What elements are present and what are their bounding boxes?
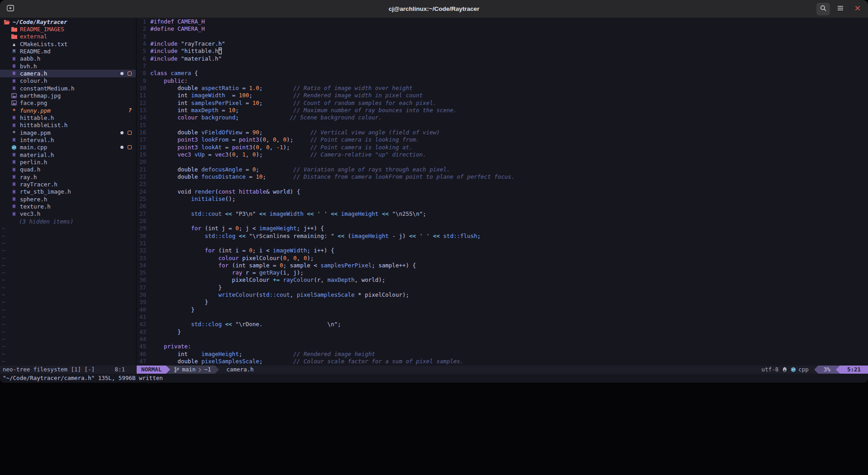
line-number: 32 xyxy=(137,247,150,254)
tree-item-face-png[interactable]: face.png xyxy=(0,100,136,107)
tree-item-readme-images[interactable]: README_IMAGES xyxy=(0,25,136,33)
line-text: pixelColour += rayColour(r, maxDepth, wo… xyxy=(150,276,385,284)
tree-item-external[interactable]: external xyxy=(0,33,136,40)
git-branch-name: main xyxy=(182,366,196,374)
tree-item-cmakelists-txt[interactable]: ▲CMakeLists.txt xyxy=(0,40,136,48)
code-line-11[interactable]: 11 int imageWidth = 100; // Rendered ima… xyxy=(137,92,868,99)
tree-item-colour-h[interactable]: Hcolour.h xyxy=(0,77,136,85)
git-modified-square-icon xyxy=(128,145,132,149)
empty-line-tilde: ~ xyxy=(0,284,136,291)
code-line-20[interactable]: 20 xyxy=(137,158,868,166)
tree-item-vec3-h[interactable]: Hvec3.h xyxy=(0,210,136,218)
tree-item-material-h[interactable]: Hmaterial.h xyxy=(0,151,136,158)
code-line-44[interactable]: 44 xyxy=(137,336,868,343)
code-line-33[interactable]: 33 colour pixelColour(0, 0, 0); xyxy=(137,255,868,262)
tree-item-hittable-h[interactable]: Hhittable.h xyxy=(0,114,136,121)
code-line-5[interactable]: 5#include "hittable.h" xyxy=(137,48,868,55)
tree-item-perlin-h[interactable]: Hperlin.h xyxy=(0,158,136,166)
code-line-30[interactable]: 30 std::clog << "\rScanlines remaining: … xyxy=(137,233,868,240)
tree-item-ray-h[interactable]: Hray.h xyxy=(0,173,136,180)
tree-item-code-raytracer[interactable]: ~/Code/Raytracer xyxy=(0,18,136,25)
code-line-43[interactable]: 43 } xyxy=(137,328,868,336)
code-line-24[interactable]: 24 void render(const hittable& world) { xyxy=(137,188,868,195)
code-line-1[interactable]: 1#ifndef CAMERA_H xyxy=(137,18,868,25)
code-line-16[interactable]: 16 double vFieldOfView = 90; // Vertical… xyxy=(137,129,868,136)
code-line-26[interactable]: 26 xyxy=(137,203,868,210)
code-line-23[interactable]: 23 xyxy=(137,180,868,188)
code-line-41[interactable]: 41 xyxy=(137,314,868,321)
modified-dot-icon xyxy=(120,131,124,134)
editor-pane[interactable]: 1#ifndef CAMERA_H2#define CAMERA_H34#inc… xyxy=(137,18,868,366)
code-line-40[interactable]: 40 } xyxy=(137,306,868,314)
code-line-38[interactable]: 38 writeColour(std::cout, pixelSamplesSc… xyxy=(137,291,868,299)
code-line-25[interactable]: 25 initialise(); xyxy=(137,195,868,203)
line-number: 15 xyxy=(137,122,150,129)
search-button[interactable] xyxy=(816,3,830,15)
tree-item-aabb-h[interactable]: Haabb.h xyxy=(0,55,136,62)
tree-item-earthmap-jpg[interactable]: earthmap.jpg xyxy=(0,92,136,99)
code-line-27[interactable]: 27 std::cout << "P3\n" << imageWidth << … xyxy=(137,210,868,218)
code-line-2[interactable]: 2#define CAMERA_H xyxy=(137,25,868,33)
tree-item-rtw-stb-image-h[interactable]: Hrtw_stb_image.h xyxy=(0,188,136,195)
code-line-13[interactable]: 13 int maxDepth = 10; // Maximum number … xyxy=(137,107,868,114)
line-number: 44 xyxy=(137,336,150,343)
tree-item-readme-md[interactable]: MREADME.md xyxy=(0,48,136,55)
code-line-9[interactable]: 9 public: xyxy=(137,77,868,85)
header-icon: H xyxy=(11,152,17,157)
tree-item-3-hidden-items[interactable]: (3 hidden items) xyxy=(0,218,136,225)
tree-item-main-cpp[interactable]: main.cpp xyxy=(0,144,136,151)
code-line-15[interactable]: 15 xyxy=(137,122,868,129)
code-line-42[interactable]: 42 std::clog << "\rDone. \n"; xyxy=(137,321,868,328)
new-tab-button[interactable] xyxy=(4,3,17,15)
code-line-32[interactable]: 32 for (int i = 0; i < imageWidth; i++) … xyxy=(137,247,868,254)
tree-item-quad-h[interactable]: Hquad.h xyxy=(0,166,136,173)
tree-item-image-ppm[interactable]: *image.ppm xyxy=(0,129,136,136)
code-line-31[interactable]: 31 xyxy=(137,240,868,247)
tree-item-bvh-h[interactable]: Hbvh.h xyxy=(0,62,136,70)
line-text: double pixelSamplesScale; // Colour scal… xyxy=(150,358,463,365)
code-line-21[interactable]: 21 double defocusAngle = 0; // Variation… xyxy=(137,166,868,173)
code-line-3[interactable]: 3 xyxy=(137,33,868,40)
code-line-35[interactable]: 35 ray r = getRay(i, j); xyxy=(137,269,868,276)
code-line-4[interactable]: 4#include "rayTracer.h" xyxy=(137,40,868,48)
code-line-45[interactable]: 45 private: xyxy=(137,343,868,350)
line-text: point3 lookFrom = point3(0, 0, 0); // Po… xyxy=(150,136,420,143)
code-line-28[interactable]: 28 xyxy=(137,218,868,225)
code-line-39[interactable]: 39 } xyxy=(137,299,868,306)
tree-item-texture-h[interactable]: Htexture.h xyxy=(0,203,136,210)
menu-button[interactable] xyxy=(834,3,847,15)
code-line-7[interactable]: 7 xyxy=(137,62,868,70)
code-line-22[interactable]: 22 double focusDistance = 10; // Distanc… xyxy=(137,173,868,180)
code-line-18[interactable]: 18 point3 lookAt = point3(0, 0, -1); // … xyxy=(137,144,868,151)
neo-tree-panel[interactable]: ~/Code/RaytracerREADME_IMAGESexternal▲CM… xyxy=(0,18,136,366)
code-line-36[interactable]: 36 pixelColour += rayColour(r, maxDepth,… xyxy=(137,276,868,284)
header-icon: H xyxy=(11,78,17,84)
code-line-37[interactable]: 37 } xyxy=(137,284,868,291)
code-line-47[interactable]: 47 double pixelSamplesScale; // Colour s… xyxy=(137,358,868,365)
tree-item-raytracer-h[interactable]: HrayTracer.h xyxy=(0,180,136,188)
tree-item-label: camera.h xyxy=(20,70,47,77)
code-line-19[interactable]: 19 vec3 vUp = vec3(0, 1, 0); // Camera-r… xyxy=(137,151,868,158)
tree-item-camera-h[interactable]: Hcamera.h xyxy=(0,70,136,77)
code-line-34[interactable]: 34 for (int sample = 0; sample < samples… xyxy=(137,262,868,269)
line-text: #include "rayTracer.h" xyxy=(150,40,225,48)
empty-line-tilde: ~ xyxy=(0,255,136,262)
tree-item-constantmedium-h[interactable]: HconstantMedium.h xyxy=(0,85,136,92)
empty-line-tilde: ~ xyxy=(0,276,136,284)
code-line-10[interactable]: 10 double aspectRatio = 1.0; // Ratio of… xyxy=(137,85,868,92)
line-number: 1 xyxy=(137,18,150,25)
line-text: colour background; // Scene background c… xyxy=(150,114,382,121)
code-line-29[interactable]: 29 for (int j = 0; j < imageHeight; j++)… xyxy=(137,225,868,232)
tree-item-interval-h[interactable]: Hinterval.h xyxy=(0,136,136,143)
code-line-8[interactable]: 8class camera { xyxy=(137,70,868,77)
code-line-12[interactable]: 12 int samplesPerPixel = 10; // Count of… xyxy=(137,100,868,107)
tree-item-sphere-h[interactable]: Hsphere.h xyxy=(0,195,136,203)
code-line-46[interactable]: 46 int imageHeight; // Rendered image he… xyxy=(137,351,868,358)
tree-item-funny-ppm[interactable]: *funny.ppm? xyxy=(0,107,136,114)
code-line-6[interactable]: 6#include "material.h" xyxy=(137,55,868,62)
tree-item-hittablelist-h[interactable]: HhittableList.h xyxy=(0,122,136,129)
code-line-17[interactable]: 17 point3 lookFrom = point3(0, 0, 0); //… xyxy=(137,136,868,143)
code-line-14[interactable]: 14 colour background; // Scene backgroun… xyxy=(137,114,868,121)
statusline-filename: camera.h xyxy=(226,366,253,374)
close-button[interactable] xyxy=(851,3,864,15)
